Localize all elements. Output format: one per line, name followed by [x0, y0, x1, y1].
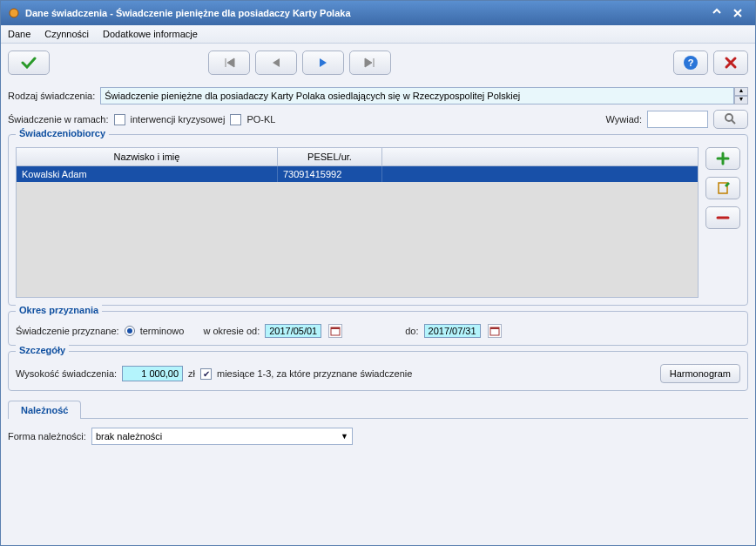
wywiad-label: Wywiad:	[606, 114, 642, 125]
rodzaj-spin-down[interactable]: ▼	[734, 96, 748, 104]
window: Dane świadczenia - Świadczenie pieniężne…	[0, 0, 756, 546]
svg-rect-8	[490, 327, 499, 329]
rodzaj-spinbox: ▲ ▼	[100, 87, 748, 104]
chk-pokl[interactable]	[230, 114, 241, 125]
chk-interwencji-label: interwencji kryzysowej	[131, 114, 226, 125]
help-button[interactable]: ?	[673, 51, 708, 75]
cell-pesel: 73091415992	[278, 166, 382, 182]
currency-label: zł	[188, 368, 195, 379]
menubar: Dane Czynności Dodatkowe informacje	[1, 25, 755, 44]
window-title: Dane świadczenia - Świadczenie pieniężne…	[25, 8, 351, 18]
group-szczegoly: Szczegóły Wysokość świadczenia: zł ✔ mie…	[8, 351, 748, 391]
do-label: do:	[405, 326, 418, 336]
rodzaj-label: Rodzaj świadczenia:	[8, 91, 95, 101]
toolbar: ?	[1, 44, 755, 82]
minimize-button[interactable]	[706, 4, 727, 22]
chk-interwencji[interactable]	[114, 114, 125, 125]
rodzaj-row: Rodzaj świadczenia: ▲ ▼	[8, 87, 748, 104]
radio-dot-icon	[127, 328, 132, 334]
tab-naleznosc[interactable]: Należność	[8, 401, 81, 419]
col-name[interactable]: Nazwisko i imię	[17, 148, 278, 165]
group-okres-legend: Okres przyznania	[16, 305, 102, 315]
wysokosc-label: Wysokość świadczenia:	[16, 368, 117, 379]
rodzaj-input[interactable]	[100, 87, 734, 104]
nav-first-button[interactable]	[208, 51, 250, 75]
col-pesel[interactable]: PESEL/ur.	[278, 148, 382, 165]
menu-dodatkowe[interactable]: Dodatkowe informacje	[103, 29, 198, 39]
content: Rodzaj świadczenia: ▲ ▼ Świadczenie w ra…	[1, 82, 755, 545]
group-swiadczeniobiorcy-legend: Świadczeniobiorcy	[16, 128, 109, 138]
nav-next-button[interactable]	[302, 51, 344, 75]
nav-last-button[interactable]	[349, 51, 391, 75]
forma-label: Forma należności:	[8, 431, 86, 442]
edit-row-button[interactable]	[705, 177, 740, 199]
date-from-picker[interactable]	[328, 324, 342, 338]
wywiad-input[interactable]	[647, 111, 708, 128]
miesiace-label: miesiące 1-3, za które przyznane świadcz…	[217, 368, 412, 379]
nav-prev-button[interactable]	[255, 51, 297, 75]
date-to-input[interactable]: 2017/07/31	[424, 324, 481, 338]
group-swiadczeniobiorcy: Świadczeniobiorcy Nazwisko i imię PESEL/…	[8, 134, 748, 306]
rodzaj-spin-up[interactable]: ▲	[734, 87, 748, 96]
przyznane-label: Świadczenie przyznane:	[16, 326, 119, 336]
close-button[interactable]	[727, 4, 748, 22]
group-szczegoly-legend: Szczegóły	[16, 345, 69, 355]
swiadczenie-ramach-row: Świadczenie w ramach: interwencji kryzys…	[8, 110, 748, 129]
okres-od-label: w okresie od:	[203, 326, 260, 336]
menu-dane[interactable]: Dane	[8, 29, 30, 39]
date-to-picker[interactable]	[488, 324, 502, 338]
terminowo-label: terminowo	[140, 326, 185, 336]
app-icon	[8, 7, 20, 19]
date-from-input[interactable]: 2017/05/01	[265, 324, 321, 338]
chk-miesiace[interactable]: ✔	[200, 368, 212, 380]
group-okres: Okres przyznania Świadczenie przyznane: …	[8, 311, 748, 346]
table-row[interactable]: Kowalski Adam 73091415992	[17, 166, 698, 182]
radio-terminowo[interactable]	[125, 326, 135, 336]
remove-row-button[interactable]	[705, 206, 740, 229]
tab-strip: Należność	[8, 400, 748, 419]
beneficiaries-table: Nazwisko i imię PESEL/ur. Kowalski Adam …	[16, 147, 699, 298]
swiadczenie-ramach-label: Świadczenie w ramach:	[8, 114, 109, 125]
forma-select-value: brak należności	[96, 431, 162, 442]
harmonogram-button[interactable]: Harmonogram	[660, 364, 740, 383]
add-row-button[interactable]	[705, 147, 740, 170]
naleznosc-panel: Forma należności: brak należności ▼	[8, 424, 748, 448]
menu-czynnosci[interactable]: Czynności	[44, 29, 89, 39]
svg-text:?: ?	[688, 57, 694, 68]
confirm-button[interactable]	[8, 51, 50, 75]
svg-point-0	[10, 9, 18, 17]
wywiad-search-button[interactable]	[713, 110, 748, 129]
forma-select[interactable]: brak należności ▼	[91, 428, 353, 445]
chk-pokl-label: PO-KL	[246, 114, 275, 125]
titlebar: Dane świadczenia - Świadczenie pieniężne…	[1, 1, 755, 25]
amount-input[interactable]	[122, 366, 183, 381]
svg-rect-6	[331, 327, 340, 329]
cancel-button[interactable]	[713, 51, 748, 75]
svg-point-3	[726, 114, 732, 121]
cell-name: Kowalski Adam	[17, 166, 278, 182]
chevron-down-icon: ▼	[341, 432, 348, 441]
